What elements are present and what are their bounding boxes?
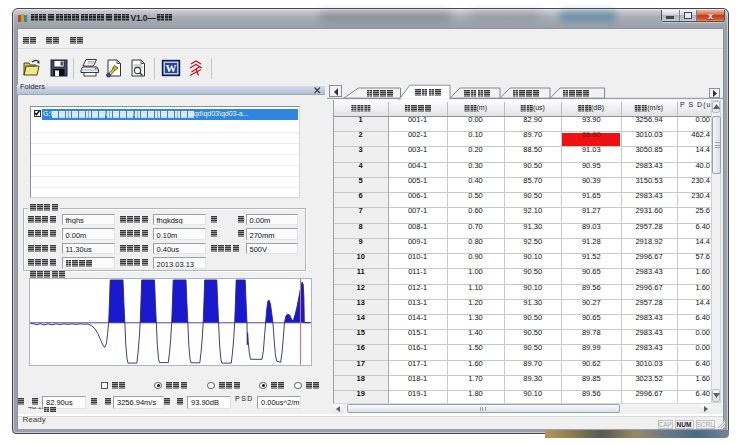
svg-text:W: W	[166, 62, 177, 74]
